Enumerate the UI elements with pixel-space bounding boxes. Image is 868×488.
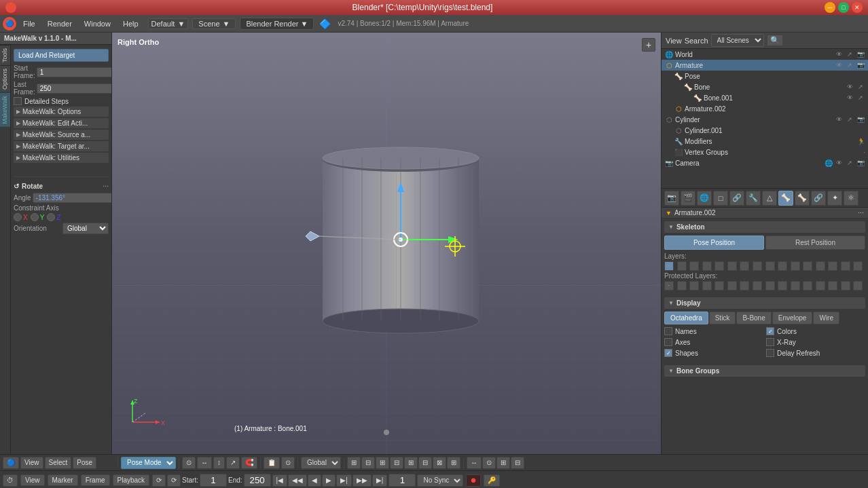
sync-selector[interactable]: No Sync [417, 474, 463, 487]
vp-icon-btn[interactable]: 🔵 [3, 457, 19, 469]
layer-14[interactable] [841, 261, 850, 271]
detailed-steps-checkbox[interactable] [14, 97, 22, 105]
layer-9[interactable] [778, 261, 787, 271]
timeline-icon-btn[interactable]: ⏱ [3, 474, 18, 487]
layer-11[interactable] [803, 261, 812, 271]
menu-file[interactable]: File [18, 18, 41, 29]
prop-bone-btn[interactable]: 🦴 [795, 191, 810, 206]
menu-render[interactable]: Render [42, 18, 77, 29]
z-axis-checkbox[interactable] [47, 213, 55, 221]
stick-btn[interactable]: Stick [709, 312, 736, 324]
frame-grid-btn7[interactable]: ⊠ [433, 457, 446, 469]
cylinder-eye-icon[interactable]: 👁 [834, 115, 844, 124]
timeline-fwd-btn[interactable]: ▶▶ [352, 474, 372, 487]
tree-item-cylinder[interactable]: ⬡ Cylinder 👁 ↗ 📷 [662, 114, 868, 125]
last-frame-input[interactable] [37, 83, 111, 94]
display-header[interactable]: Display [664, 297, 865, 309]
menu-help[interactable]: Help [117, 18, 144, 29]
menu-window[interactable]: Window [79, 18, 116, 29]
layer-8[interactable] [765, 261, 775, 271]
bbone-btn[interactable]: B-Bone [736, 312, 771, 324]
bone-eye-icon[interactable]: 👁 [845, 82, 854, 92]
protected-layer-13[interactable] [828, 281, 837, 290]
rotate-collapse[interactable]: ⋯ [103, 183, 109, 190]
vp-pose-btn[interactable]: Pose [73, 457, 96, 469]
octahedra-btn[interactable]: Octahedra [664, 312, 708, 324]
angle-input[interactable] [33, 193, 111, 203]
tree-item-pose[interactable]: 🦴 Pose [662, 71, 868, 81]
protected-layer-1[interactable] [677, 281, 687, 290]
layer-4[interactable] [715, 261, 724, 271]
protected-layer-0[interactable] [664, 281, 674, 290]
protected-layer-9[interactable] [778, 281, 787, 290]
extra-btn1[interactable]: ↔ [467, 457, 482, 469]
envelope-btn[interactable]: Envelope [772, 312, 813, 324]
timeline-prev-btn[interactable]: |◀ [272, 474, 288, 487]
bone001-eye-icon[interactable]: 👁 [845, 93, 854, 102]
extra-btn2[interactable]: ⊙ [482, 457, 496, 469]
tree-item-bone[interactable]: 🦴 Bone 👁 ↗ [662, 81, 868, 92]
layer-2[interactable] [689, 261, 699, 271]
camera-eye-icon[interactable]: 👁 [834, 158, 844, 168]
bone-cursor-icon[interactable]: ↗ [856, 82, 865, 92]
protected-layer-7[interactable] [753, 281, 762, 290]
makewalk-tab[interactable]: MakeWalk [0, 92, 10, 127]
timeline-fwd-frame-btn[interactable]: ▶| [336, 474, 352, 487]
tree-item-armature[interactable]: ⬡ Armature 👁 ↗ 📷 [662, 60, 868, 71]
vp-snap-btn[interactable]: 🧲 [241, 457, 257, 469]
camera-cursor-icon[interactable]: ↗ [845, 158, 854, 168]
options-section[interactable]: MakeWalk: Options [14, 107, 109, 117]
object-options-icon[interactable]: ⋯ [858, 210, 864, 217]
protected-layer-10[interactable] [791, 281, 800, 290]
protected-layer-5[interactable] [727, 281, 737, 290]
vp-select-btn[interactable]: Select [45, 457, 72, 469]
outliner-search-btn[interactable]: 🔍 [767, 35, 783, 46]
vp-proportional-btn[interactable]: ⊙ [281, 457, 295, 469]
layer-5[interactable] [727, 261, 737, 271]
global-selector[interactable]: Global [301, 457, 341, 469]
prop-render-btn[interactable]: 📷 [664, 191, 679, 206]
options-tab[interactable]: Options [0, 65, 10, 92]
world-cursor-icon[interactable]: ↗ [845, 50, 854, 59]
workspace-selector[interactable]: Default ▼ [148, 18, 189, 29]
close-button[interactable]: ✕ [852, 2, 863, 13]
outliner-view-label[interactable]: View [666, 37, 682, 45]
timeline-back-frame-btn[interactable]: ◀ [308, 474, 321, 487]
names-checkbox[interactable] [664, 327, 672, 335]
frame-grid-btn4[interactable]: ⊟ [390, 457, 403, 469]
layer-10[interactable] [791, 261, 800, 271]
shapes-checkbox[interactable] [664, 349, 672, 357]
wire-btn[interactable]: Wire [813, 312, 839, 324]
layer-15[interactable] [853, 261, 863, 271]
prop-modifier-btn[interactable]: 🔧 [746, 191, 761, 206]
protected-layer-15[interactable] [853, 281, 863, 290]
start-frame-input[interactable] [200, 474, 227, 487]
frame-grid-btn2[interactable]: ⊟ [361, 457, 375, 469]
cylinder-render-icon[interactable]: 📷 [856, 115, 865, 124]
timeline-marker-btn[interactable]: Marker [48, 474, 78, 486]
vp-manip2-btn[interactable]: ↕ [213, 457, 225, 469]
prop-scene-btn[interactable]: 🎬 [681, 191, 695, 206]
world-eye-icon[interactable]: 👁 [834, 50, 844, 59]
load-retarget-button[interactable]: Load And Retarget [14, 49, 109, 62]
layer-13[interactable] [828, 261, 837, 271]
tree-item-cylinder001[interactable]: ⬡ Cylinder.001 [662, 125, 868, 136]
layer-12[interactable] [816, 261, 825, 271]
viewport-add-button[interactable]: + [642, 38, 655, 52]
axes-checkbox[interactable] [664, 338, 672, 346]
protected-layer-14[interactable] [841, 281, 850, 290]
camera-render-icon[interactable]: 📷 [856, 158, 865, 168]
protected-layer-6[interactable] [740, 281, 749, 290]
frame-grid-btn5[interactable]: ⊞ [404, 457, 418, 469]
armature-render-icon[interactable]: 📷 [856, 60, 865, 70]
tools-tab[interactable]: Tools [0, 45, 10, 65]
render-engine-selector[interactable]: Blender Render ▼ [240, 18, 314, 30]
timeline-frame-btn[interactable]: Frame [81, 474, 110, 486]
source-section[interactable]: MakeWalk: Source a... [14, 130, 109, 140]
loop-btn1[interactable]: ⟳ [152, 474, 166, 487]
protected-layer-4[interactable] [715, 281, 724, 290]
prop-data-btn[interactable]: △ [762, 191, 777, 206]
current-frame-input[interactable] [388, 474, 416, 487]
y-axis-checkbox[interactable] [31, 213, 39, 221]
tree-item-armature002[interactable]: ⬡ Armature.002 [662, 103, 868, 114]
